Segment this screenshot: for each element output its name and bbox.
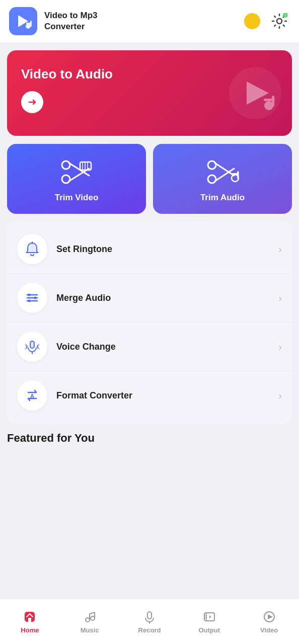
featured-section-title: Featured for You bbox=[7, 432, 292, 445]
trim-audio-card[interactable]: Trim Audio bbox=[153, 144, 292, 214]
svg-point-24 bbox=[208, 161, 216, 169]
svg-point-25 bbox=[208, 175, 216, 183]
voice-change-icon-wrap bbox=[17, 332, 47, 362]
svg-point-44 bbox=[86, 618, 90, 622]
svg-point-17 bbox=[62, 175, 70, 183]
feature-cards-row: Trim Video Trim Audio bbox=[7, 144, 292, 214]
settings-button[interactable]: ! bbox=[269, 11, 290, 32]
svg-point-36 bbox=[34, 297, 37, 299]
merge-audio-item[interactable]: Merge Audio › bbox=[7, 274, 292, 323]
menu-list: Set Ringtone › Merge Audio › bbox=[7, 221, 292, 424]
voice-change-chevron: › bbox=[278, 341, 282, 353]
header-actions: 🎁 👑 ! bbox=[214, 11, 290, 32]
bottom-nav: Home Music Record bbox=[0, 599, 299, 644]
nav-home-label: Home bbox=[21, 626, 39, 634]
set-ringtone-icon-wrap bbox=[17, 234, 47, 264]
trim-video-label: Trim Video bbox=[55, 193, 99, 203]
nav-record-label: Record bbox=[138, 626, 161, 634]
set-ringtone-item[interactable]: Set Ringtone › bbox=[7, 225, 292, 274]
app-title: Video to Mp3 Converter bbox=[44, 10, 207, 32]
svg-text:🎁: 🎁 bbox=[217, 13, 234, 29]
format-converter-icon-wrap: A bbox=[17, 380, 47, 411]
nav-output[interactable]: Output bbox=[179, 606, 239, 638]
profile-button[interactable]: 👑 bbox=[242, 11, 263, 32]
svg-line-47 bbox=[90, 612, 95, 614]
app-header: Video to Mp3 Converter 🎁 👑 ! bbox=[0, 0, 299, 42]
svg-rect-49 bbox=[147, 612, 152, 619]
app-logo bbox=[9, 7, 37, 35]
svg-line-18 bbox=[69, 163, 89, 176]
banner-decoration bbox=[228, 65, 283, 121]
banner-title: Video to Audio bbox=[21, 66, 175, 82]
merge-audio-chevron: › bbox=[278, 292, 282, 304]
trim-video-card[interactable]: Trim Video bbox=[7, 144, 146, 214]
trim-audio-label: Trim Audio bbox=[200, 193, 245, 203]
output-icon bbox=[202, 610, 216, 624]
set-ringtone-label: Set Ringtone bbox=[56, 244, 269, 255]
nav-video[interactable]: Video bbox=[239, 606, 299, 638]
music-icon bbox=[83, 610, 97, 624]
banner-arrow-button[interactable] bbox=[21, 91, 43, 113]
svg-point-6 bbox=[244, 13, 260, 29]
svg-point-45 bbox=[91, 616, 95, 620]
app-name-line1: Video to Mp3 bbox=[44, 11, 97, 20]
svg-line-26 bbox=[215, 163, 234, 176]
video-icon bbox=[262, 610, 276, 624]
nav-output-label: Output bbox=[198, 626, 220, 634]
nav-music[interactable]: Music bbox=[60, 606, 120, 638]
svg-text:A: A bbox=[30, 393, 34, 399]
merge-audio-icon-wrap bbox=[17, 283, 47, 313]
svg-rect-43 bbox=[28, 618, 31, 622]
svg-text:!: ! bbox=[285, 14, 286, 17]
voice-change-label: Voice Change bbox=[56, 342, 269, 352]
format-converter-item[interactable]: A Format Converter › bbox=[7, 371, 292, 420]
nav-music-label: Music bbox=[81, 626, 99, 634]
set-ringtone-chevron: › bbox=[278, 244, 282, 255]
svg-point-2 bbox=[26, 24, 31, 29]
svg-rect-30 bbox=[232, 173, 239, 175]
voice-change-item[interactable]: Voice Change › bbox=[7, 323, 292, 371]
record-icon bbox=[142, 610, 157, 624]
format-converter-chevron: › bbox=[278, 390, 282, 401]
svg-rect-15 bbox=[264, 99, 275, 101]
merge-audio-label: Merge Audio bbox=[56, 293, 269, 303]
svg-rect-4 bbox=[26, 23, 32, 24]
svg-point-16 bbox=[62, 161, 70, 169]
video-to-audio-banner[interactable]: Video to Audio bbox=[7, 50, 292, 136]
gift-button[interactable]: 🎁 bbox=[214, 11, 236, 32]
svg-point-8 bbox=[277, 19, 282, 24]
svg-point-37 bbox=[28, 300, 31, 302]
svg-marker-56 bbox=[268, 614, 273, 619]
svg-point-35 bbox=[28, 294, 31, 296]
home-icon bbox=[23, 610, 37, 624]
format-converter-label: Format Converter bbox=[56, 390, 269, 401]
nav-home[interactable]: Home bbox=[0, 606, 60, 638]
nav-video-label: Video bbox=[260, 626, 278, 634]
nav-record[interactable]: Record bbox=[120, 606, 180, 638]
app-name-line2: Converter bbox=[44, 22, 85, 31]
